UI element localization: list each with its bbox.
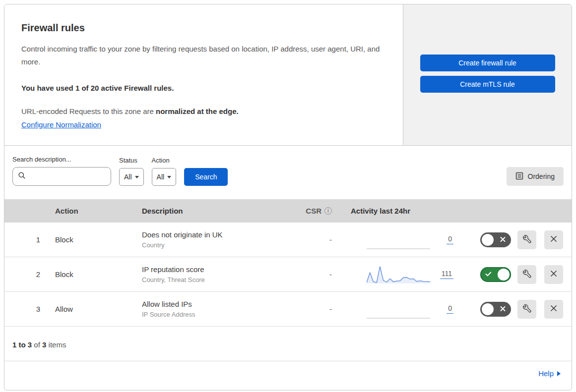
search-label: Search description... — [12, 156, 111, 163]
firewall-rules-card: Firewall rules Control incoming traffic … — [4, 4, 572, 391]
action-select-value: All — [157, 173, 165, 181]
column-action: Action — [49, 207, 136, 215]
rule-activity-cell: 0 — [347, 298, 471, 321]
rule-priority: 1 — [4, 235, 49, 244]
rule-enabled-toggle[interactable] — [480, 232, 511, 247]
activity-sparkline — [367, 263, 430, 286]
activity-count-link[interactable]: 0 — [447, 304, 453, 314]
action-label: Action — [152, 157, 177, 164]
rule-enabled-toggle[interactable] — [480, 267, 511, 282]
x-icon — [500, 305, 506, 313]
create-mtls-rule-button[interactable]: Create mTLS rule — [420, 76, 555, 93]
wrench-icon — [523, 270, 531, 280]
intro-panel: Firewall rules Control incoming traffic … — [4, 4, 403, 145]
check-icon — [485, 271, 492, 278]
rule-fields: IP Source Address — [142, 311, 292, 318]
action-select[interactable]: All — [152, 168, 177, 186]
column-csr: CSR i — [292, 207, 347, 215]
toggle-knob — [482, 234, 494, 246]
wrench-icon — [523, 235, 531, 245]
rule-controls — [471, 230, 572, 249]
items-text: items — [49, 340, 66, 349]
configure-normalization-link[interactable]: Configure Normalization — [21, 120, 101, 129]
arrow-right-icon — [557, 371, 561, 376]
activity-sparkline — [367, 228, 430, 251]
rule-description: Does not originate in UK — [142, 230, 292, 239]
pagination-summary: 1 to 3 of 3 items — [4, 327, 572, 361]
search-button[interactable]: Search — [184, 168, 228, 186]
rule-description: IP reputation score — [142, 265, 292, 274]
actions-panel: Create firewall rule Create mTLS rule — [403, 4, 572, 145]
table-row: 3 Allow Allow listed IPs IP Source Addre… — [4, 292, 572, 327]
rule-csr: - — [292, 270, 347, 279]
create-firewall-rule-button[interactable]: Create firewall rule — [420, 55, 555, 71]
close-icon — [550, 235, 558, 244]
edit-rule-button[interactable] — [517, 230, 536, 249]
activity-sparkline — [367, 298, 430, 321]
table-row: 2 Block IP reputation score Country, Thr… — [4, 257, 572, 292]
chevron-down-icon — [135, 176, 139, 178]
page-description: Control incoming traffic to your zone by… — [21, 43, 386, 69]
total-count: 3 — [42, 340, 46, 349]
rule-description-cell: Allow listed IPs IP Source Address — [136, 300, 292, 318]
range-text: 1 to 3 — [12, 340, 32, 349]
firewall-rules-page: Firewall rules Control incoming traffic … — [0, 0, 576, 392]
rule-activity-cell: 0 — [347, 228, 471, 251]
normalization-bold: normalized at the edge. — [156, 107, 239, 115]
status-select[interactable]: All — [119, 168, 144, 186]
rule-action: Block — [49, 235, 136, 244]
toggle-knob — [482, 303, 494, 315]
action-filter-group: Action All — [152, 157, 177, 186]
delete-rule-button[interactable] — [544, 265, 563, 284]
rule-description-cell: IP reputation score Country, Threat Scor… — [136, 265, 292, 283]
rule-priority: 3 — [4, 305, 49, 313]
edit-rule-button[interactable] — [517, 265, 536, 284]
delete-rule-button[interactable] — [544, 230, 563, 249]
rule-fields: Country — [142, 241, 292, 249]
activity-count-link[interactable]: 0 — [447, 235, 453, 244]
rule-description-cell: Does not originate in UK Country — [136, 230, 292, 249]
rule-priority: 2 — [4, 270, 49, 279]
search-input[interactable] — [30, 172, 106, 181]
ordering-button[interactable]: Ordering — [507, 167, 564, 186]
activity-count-link[interactable]: 111 — [440, 270, 453, 279]
normalization-note: URL-encoded Requests to this zone are no… — [21, 107, 386, 115]
usage-summary: You have used 1 of 20 active Firewall ru… — [21, 84, 386, 92]
header-section: Firewall rules Control incoming traffic … — [4, 4, 572, 146]
x-icon — [500, 236, 506, 243]
column-csr-label: CSR — [306, 207, 321, 215]
rule-csr: - — [292, 305, 347, 313]
rule-description: Allow listed IPs — [142, 300, 292, 308]
rule-controls — [471, 265, 572, 284]
rule-csr: - — [292, 235, 347, 244]
search-box[interactable] — [12, 167, 111, 186]
help-link[interactable]: Help — [538, 369, 561, 378]
rule-fields: Country, Threat Score — [142, 276, 292, 283]
close-icon — [550, 270, 558, 279]
search-icon — [18, 171, 26, 181]
close-icon — [550, 304, 558, 314]
status-select-value: All — [124, 173, 132, 181]
table-header: Action Description CSR i Activity last 2… — [4, 199, 572, 223]
info-icon[interactable]: i — [324, 207, 332, 215]
normalization-text: URL-encoded Requests to this zone are — [21, 107, 156, 115]
delete-rule-button[interactable] — [544, 300, 563, 319]
status-label: Status — [119, 157, 144, 164]
filter-bar: Search description... Status All Action — [4, 146, 572, 199]
rule-controls — [471, 300, 572, 319]
rule-action: Allow — [49, 305, 136, 313]
toggle-knob — [498, 269, 510, 280]
list-icon — [515, 172, 523, 181]
rule-enabled-toggle[interactable] — [480, 302, 511, 317]
edit-rule-button[interactable] — [517, 300, 536, 319]
rule-activity-cell: 111 — [347, 263, 471, 286]
column-activity: Activity last 24hr — [347, 207, 471, 215]
column-description: Description — [136, 207, 292, 215]
ordering-button-label: Ordering — [528, 172, 555, 180]
wrench-icon — [523, 304, 531, 314]
help-strip: Help — [4, 361, 572, 386]
table-row: 1 Block Does not originate in UK Country… — [4, 223, 572, 257]
status-filter-group: Status All — [119, 157, 144, 186]
of-text: of — [34, 340, 40, 349]
page-title: Firewall rules — [21, 22, 386, 34]
